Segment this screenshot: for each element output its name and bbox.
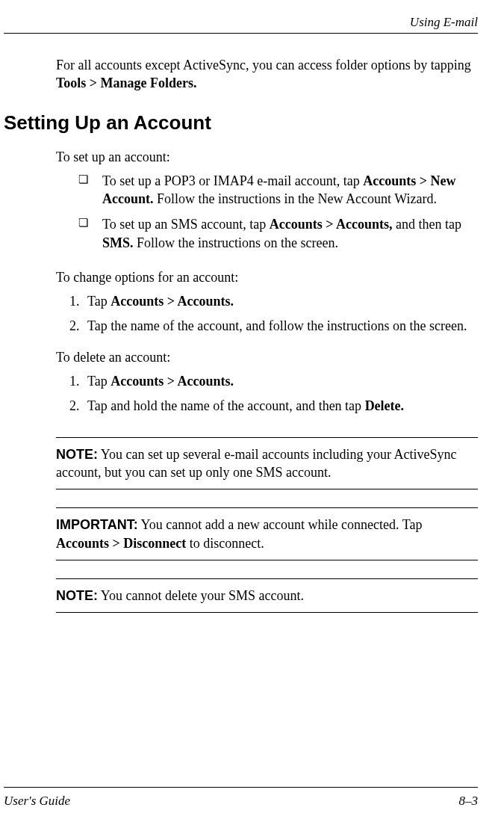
step-content: Tap and hold the name of the account, an… bbox=[87, 397, 478, 415]
list-item: ❏ To set up an SMS account, tap Accounts… bbox=[78, 215, 478, 252]
important-callout: IMPORTANT: You cannot add a new account … bbox=[56, 507, 478, 560]
step-number: 1. bbox=[69, 292, 87, 310]
list-item: 2. Tap and hold the name of the account,… bbox=[69, 397, 478, 415]
step-bold: Accounts > Accounts. bbox=[111, 294, 234, 309]
step-content: Tap the name of the account, and follow … bbox=[87, 317, 478, 335]
note-label: NOTE: bbox=[56, 588, 98, 603]
step-pre: Tap and hold the name of the account, an… bbox=[87, 398, 365, 413]
step-number: 2. bbox=[69, 317, 87, 335]
page-footer: User's Guide 8–3 bbox=[4, 787, 478, 831]
bullet-icon: ❏ bbox=[78, 215, 102, 230]
footer-right: 8–3 bbox=[459, 794, 479, 809]
bullet-pre: To set up a POP3 or IMAP4 e-mail account… bbox=[102, 173, 363, 188]
intro-bold: Tools > Manage Folders. bbox=[56, 75, 197, 90]
section-heading: Setting Up an Account bbox=[4, 111, 478, 135]
bullet-bold: Accounts > Accounts, bbox=[270, 217, 393, 232]
intro-text: For all accounts except ActiveSync, you … bbox=[56, 58, 471, 72]
list-item: 1. Tap Accounts > Accounts. bbox=[69, 292, 478, 310]
note-text: You can set up several e-mail accounts i… bbox=[56, 447, 456, 480]
chapter-title: Using E-mail bbox=[410, 15, 478, 29]
bullet-content: To set up an SMS account, tap Accounts >… bbox=[102, 215, 478, 252]
bullet-content: To set up a POP3 or IMAP4 e-mail account… bbox=[102, 172, 478, 208]
page-header: Using E-mail bbox=[4, 15, 478, 34]
important-bold: Accounts > Disconnect bbox=[56, 536, 186, 551]
intro-paragraph: For all accounts except ActiveSync, you … bbox=[56, 56, 478, 93]
important-pre: You cannot add a new account while conne… bbox=[138, 517, 423, 532]
change-steps-list: 1. Tap Accounts > Accounts. 2. Tap the n… bbox=[69, 292, 478, 341]
list-item: 2. Tap the name of the account, and foll… bbox=[69, 317, 478, 335]
bullet-post: Follow the instructions on the screen. bbox=[134, 235, 338, 250]
step-bold: Accounts > Accounts. bbox=[111, 374, 234, 389]
important-post: to disconnect. bbox=[186, 536, 264, 551]
important-label: IMPORTANT: bbox=[56, 517, 138, 532]
step-pre: Tap bbox=[87, 294, 111, 309]
step-number: 1. bbox=[69, 372, 87, 390]
note-callout: NOTE: You cannot delete your SMS account… bbox=[56, 578, 478, 613]
note-text: You cannot delete your SMS account. bbox=[98, 588, 304, 603]
change-intro: To change options for an account: bbox=[56, 268, 478, 286]
list-item: ❏ To set up a POP3 or IMAP4 e-mail accou… bbox=[78, 172, 478, 208]
bullet-pre: To set up an SMS account, tap bbox=[102, 217, 270, 232]
step-content: Tap Accounts > Accounts. bbox=[87, 292, 478, 310]
delete-steps-list: 1. Tap Accounts > Accounts. 2. Tap and h… bbox=[69, 372, 478, 421]
bullet-icon: ❏ bbox=[78, 172, 102, 187]
note-label: NOTE: bbox=[56, 447, 98, 462]
bullet-bold: SMS. bbox=[102, 235, 134, 250]
setup-intro: To set up an account: bbox=[56, 148, 478, 166]
step-pre: Tap bbox=[87, 374, 111, 389]
step-bold: Delete. bbox=[365, 398, 404, 413]
note-callout: NOTE: You can set up several e-mail acco… bbox=[56, 437, 478, 490]
bullet-post: Follow the instructions in the New Accou… bbox=[154, 191, 437, 206]
step-content: Tap Accounts > Accounts. bbox=[87, 372, 478, 390]
setup-bullet-list: ❏ To set up a POP3 or IMAP4 e-mail accou… bbox=[78, 172, 478, 259]
step-number: 2. bbox=[69, 397, 87, 415]
list-item: 1. Tap Accounts > Accounts. bbox=[69, 372, 478, 390]
footer-left: User's Guide bbox=[4, 794, 70, 809]
delete-intro: To delete an account: bbox=[56, 348, 478, 366]
bullet-mid: and then tap bbox=[392, 217, 461, 232]
